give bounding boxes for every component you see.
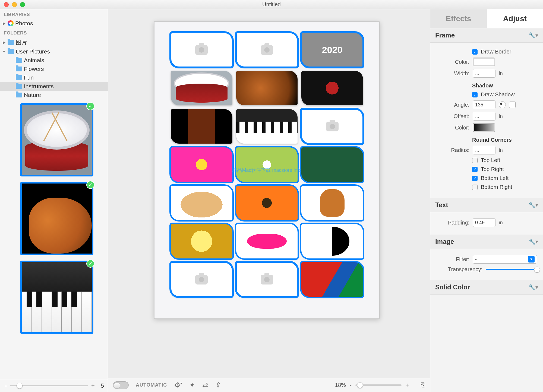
grid-cell[interactable] bbox=[171, 71, 232, 105]
thumb-guitar[interactable]: ✓ bbox=[20, 182, 93, 255]
grid-cell[interactable]: 2020 bbox=[301, 33, 363, 67]
grid-cell[interactable] bbox=[236, 262, 298, 297]
border-color-swatch[interactable] bbox=[473, 58, 495, 66]
grid-cell[interactable] bbox=[236, 186, 298, 220]
gear-icon[interactable]: ⚙︎▾ bbox=[174, 381, 182, 389]
sidebar: LIBRARIES ▶ Photos FOLDERS ▶ 图片 ▼ User P… bbox=[0, 9, 108, 392]
width-field[interactable] bbox=[473, 69, 495, 78]
folder-pictures-cn[interactable]: ▶ 图片 bbox=[0, 37, 108, 47]
draw-shadow-checkbox[interactable]: ✓ bbox=[472, 92, 478, 97]
cell-image bbox=[171, 224, 232, 258]
grid-cell[interactable] bbox=[236, 71, 298, 105]
zoom-out-button[interactable]: - bbox=[4, 382, 8, 389]
cell-image bbox=[171, 109, 232, 144]
thumb-size-slider[interactable] bbox=[10, 385, 88, 386]
gear-icon[interactable]: 🔧▾ bbox=[529, 32, 538, 39]
grid-cell[interactable] bbox=[236, 224, 298, 258]
grid-cell[interactable] bbox=[301, 147, 363, 182]
cell-image bbox=[236, 224, 298, 258]
grid-cell[interactable] bbox=[301, 109, 363, 144]
angle-field[interactable]: 135 bbox=[473, 100, 495, 109]
grid-cell[interactable] bbox=[301, 224, 363, 258]
top-right-checkbox[interactable]: ✓ bbox=[472, 167, 478, 172]
gear-icon[interactable]: 🔧▾ bbox=[529, 284, 538, 290]
gear-icon[interactable]: 🔧▾ bbox=[529, 202, 538, 208]
draw-border-label: Draw Border bbox=[481, 49, 511, 55]
grid-cell[interactable] bbox=[301, 186, 363, 220]
transparency-slider[interactable] bbox=[486, 269, 537, 270]
page[interactable]: 2020 精品Mac软件下载 macstore.info bbox=[154, 21, 380, 319]
bottom-left-label: Bottom Left bbox=[481, 175, 509, 181]
shadow-color-swatch[interactable] bbox=[473, 123, 495, 132]
grid-cell[interactable] bbox=[171, 186, 232, 220]
shuffle-icon[interactable]: ⇄ bbox=[202, 381, 208, 389]
check-icon: ✓ bbox=[86, 181, 94, 189]
folder-icon bbox=[16, 67, 22, 71]
library-photos[interactable]: ▶ Photos bbox=[0, 19, 108, 28]
radius-unit: in bbox=[499, 147, 503, 153]
radius-field[interactable] bbox=[473, 146, 495, 154]
text-panel: Padding:0.49in bbox=[430, 212, 543, 235]
tab-adjust[interactable]: Adjust bbox=[487, 9, 543, 28]
disclosure-icon[interactable]: ▼ bbox=[2, 49, 6, 54]
folder-animals[interactable]: Animals bbox=[0, 56, 108, 65]
shadow-color-label: Color: bbox=[436, 125, 469, 131]
maximize-icon[interactable] bbox=[20, 2, 25, 7]
thumb-piano[interactable]: ✓ bbox=[20, 261, 93, 334]
text-panel-header[interactable]: Text 🔧▾ bbox=[430, 198, 543, 212]
bottom-right-checkbox[interactable] bbox=[472, 185, 478, 190]
automatic-toggle[interactable] bbox=[113, 381, 129, 389]
disclosure-icon[interactable]: ▶ bbox=[2, 40, 6, 45]
grid-cell[interactable] bbox=[171, 224, 232, 258]
gear-icon[interactable]: 🔧▾ bbox=[529, 238, 538, 245]
grid-cell[interactable] bbox=[171, 109, 232, 144]
bottom-left-checkbox[interactable]: ✓ bbox=[472, 176, 478, 181]
wand-icon[interactable]: ✦ bbox=[189, 381, 195, 389]
grid-cell[interactable] bbox=[301, 262, 363, 297]
folder-flowers[interactable]: Flowers bbox=[0, 65, 108, 73]
window-title: Untitled bbox=[262, 1, 281, 8]
offset-field[interactable] bbox=[473, 112, 495, 121]
cell-image bbox=[171, 186, 232, 220]
grid-cell[interactable] bbox=[171, 262, 232, 297]
grid-cell[interactable] bbox=[171, 33, 232, 67]
share-icon[interactable]: ⇪ bbox=[215, 381, 221, 389]
folder-instruments[interactable]: Instruments bbox=[0, 82, 108, 91]
disclosure-icon[interactable]: ▶ bbox=[2, 21, 6, 26]
zoom-out-button[interactable]: - bbox=[349, 382, 353, 389]
folder-nature[interactable]: Nature bbox=[0, 91, 108, 99]
grid-cell[interactable] bbox=[301, 71, 363, 105]
zoom-slider[interactable] bbox=[355, 384, 402, 386]
grid-cell[interactable] bbox=[236, 147, 298, 182]
grid-cell[interactable] bbox=[236, 33, 298, 67]
exit-icon[interactable]: ⎘ bbox=[421, 381, 425, 389]
canvas-area: 2020 精品Mac软件下载 macstore.info AUTOMATIC ⚙… bbox=[108, 9, 430, 392]
image-panel-header[interactable]: Image 🔧▾ bbox=[430, 235, 543, 249]
minimize-icon[interactable] bbox=[12, 2, 17, 7]
check-icon: ✓ bbox=[86, 102, 94, 110]
thumb-drum[interactable]: ✓ bbox=[20, 103, 93, 176]
padding-field[interactable]: 0.49 bbox=[473, 218, 495, 227]
folder-fun[interactable]: Fun bbox=[0, 73, 108, 82]
angle-dial[interactable] bbox=[499, 101, 506, 108]
bottom-right-label: Bottom Right bbox=[481, 184, 512, 190]
automatic-label: AUTOMATIC bbox=[136, 382, 167, 388]
angle-label: Angle: bbox=[436, 102, 469, 108]
frame-panel-header[interactable]: Frame 🔧▾ bbox=[430, 28, 543, 43]
cell-image bbox=[301, 71, 363, 105]
cell-image bbox=[236, 186, 298, 220]
filter-select[interactable]: -▼ bbox=[473, 255, 537, 264]
close-icon[interactable] bbox=[4, 2, 9, 7]
grid-cell[interactable] bbox=[171, 147, 232, 182]
tab-effects[interactable]: Effects bbox=[430, 9, 487, 28]
frame-panel: ✓ Draw Border Color: Width:in Shadow ✓Dr… bbox=[430, 43, 543, 198]
top-left-checkbox[interactable] bbox=[472, 158, 478, 163]
folder-user-pictures[interactable]: ▼ User Pictures bbox=[0, 47, 108, 56]
solid-color-title: Solid Color bbox=[435, 283, 470, 291]
solid-color-panel-header[interactable]: Solid Color 🔧▾ bbox=[430, 280, 543, 295]
angle-reset-button[interactable] bbox=[509, 102, 516, 108]
zoom-in-button[interactable]: + bbox=[90, 382, 96, 389]
grid-cell[interactable] bbox=[236, 109, 298, 144]
draw-border-checkbox[interactable]: ✓ bbox=[472, 49, 478, 55]
zoom-in-button[interactable]: + bbox=[404, 382, 410, 389]
